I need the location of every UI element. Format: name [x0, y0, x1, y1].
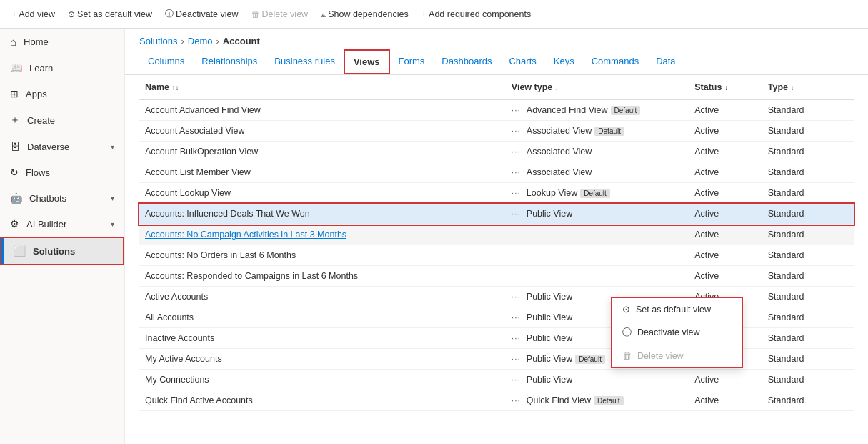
breadcrumb: Solutions › Demo › Account — [125, 29, 868, 49]
ai-icon: ⚙ — [10, 218, 19, 230]
sidebar-item-apps[interactable]: ⊞ Apps — [0, 81, 124, 107]
table-row: Accounts: No Orders in Last 6 MonthsActi… — [139, 245, 854, 266]
add-required-btn[interactable]: + Add required components — [421, 9, 531, 19]
deactivate-btn[interactable]: ⓘ Deactivate view — [165, 8, 239, 20]
tab-forms[interactable]: Forms — [390, 50, 434, 74]
context-menu-item-deactivate[interactable]: ⓘ Deactivate view — [612, 320, 742, 345]
tab-dashboards[interactable]: Dashboards — [433, 50, 500, 74]
row-dots-btn[interactable]: ··· — [512, 147, 521, 157]
row-dots-btn[interactable]: ··· — [512, 333, 521, 343]
delete-icon: 🗑 — [251, 9, 260, 19]
breadcrumb-solutions[interactable]: Solutions — [139, 36, 177, 46]
default-badge: Default — [611, 106, 641, 115]
row-dots-btn[interactable]: ··· — [512, 375, 521, 385]
row-type: Standard — [762, 390, 854, 411]
row-name: Accounts: Responded to Campaigns in Last… — [139, 266, 506, 287]
col-header-viewtype[interactable]: View type ↓ — [506, 75, 689, 100]
sidebar-item-create[interactable]: ＋ Create — [0, 107, 124, 134]
col-header-type[interactable]: Type ↓ — [762, 75, 854, 100]
context-menu-item-delete[interactable]: 🗑 Delete view — [612, 345, 742, 367]
chevron-down-icon2: ▾ — [111, 194, 114, 202]
row-type: Standard — [762, 266, 854, 287]
delete-btn[interactable]: 🗑 Delete view — [251, 9, 309, 19]
row-type: Standard — [762, 328, 854, 349]
row-type: Standard — [762, 183, 854, 204]
table-row: My Connections···Public ViewActiveStanda… — [139, 370, 854, 390]
row-viewtype: ···Associated View — [506, 162, 689, 183]
tab-keys[interactable]: Keys — [545, 50, 583, 74]
chevron-down-icon: ▾ — [111, 143, 114, 151]
row-viewtype — [506, 225, 689, 245]
tab-commands[interactable]: Commands — [583, 50, 647, 74]
delete-cm-icon: 🗑 — [622, 350, 632, 361]
show-deps-btn[interactable]: ⟁ Show dependencies — [321, 9, 409, 19]
row-viewtype — [506, 266, 689, 287]
main-layout: ⌂ Home 📖 Learn ⊞ Apps ＋ Create 🗄 Dataver… — [0, 29, 868, 444]
row-type: Standard — [762, 245, 854, 266]
row-status: Active — [689, 121, 762, 142]
row-name: Account Advanced Find View — [139, 100, 506, 121]
row-dots-btn[interactable]: ··· — [512, 292, 521, 302]
chevron-down-icon3: ▾ — [111, 220, 114, 228]
col-header-status[interactable]: Status ↓ — [689, 75, 762, 100]
col-header-name[interactable]: Name ↑↓ — [139, 75, 506, 100]
sidebar-item-chatbots[interactable]: 🤖 Chatbots ▾ — [0, 185, 124, 211]
tab-data[interactable]: Data — [647, 50, 684, 74]
sidebar-item-solutions[interactable]: ⬜ Solutions — [0, 237, 124, 265]
set-default-btn[interactable]: ⊙ Set as default view — [68, 9, 152, 19]
breadcrumb-sep2: › — [216, 36, 219, 46]
table-row: Accounts: Influenced Deals That We Won··… — [139, 204, 854, 225]
tab-business-rules[interactable]: Business rules — [266, 50, 344, 74]
row-name-link[interactable]: Accounts: No Campaign Activities in Last… — [145, 230, 346, 240]
row-dots-btn[interactable]: ··· — [512, 354, 521, 364]
row-status: Active — [689, 162, 762, 183]
row-dots-btn[interactable]: ··· — [512, 188, 521, 198]
row-status: Active — [689, 204, 762, 225]
views-table: Name ↑↓ View type ↓ Status ↓ Type ↓ — [139, 75, 854, 411]
tab-relationships[interactable]: Relationships — [193, 50, 266, 74]
row-status: Active — [689, 390, 762, 411]
row-name: Inactive Accounts — [139, 328, 506, 349]
row-dots-btn[interactable]: ··· — [512, 167, 521, 177]
add-view-btn[interactable]: + Add view — [11, 9, 55, 19]
row-name: Active Accounts — [139, 287, 506, 307]
row-dots-btn[interactable]: ··· — [512, 209, 521, 219]
sidebar-item-dataverse[interactable]: 🗄 Dataverse ▾ — [0, 134, 124, 159]
sidebar-item-learn[interactable]: 📖 Learn — [0, 55, 124, 81]
table-row: Quick Find Active Accounts···Quick Find … — [139, 390, 854, 411]
context-menu-item-set-default[interactable]: ⊙ Set as default view — [612, 298, 742, 320]
set-default-cm-icon: ⊙ — [622, 304, 630, 315]
row-viewtype: ···Associated View — [506, 142, 689, 162]
row-dots-btn[interactable]: ··· — [512, 395, 521, 405]
breadcrumb-demo[interactable]: Demo — [188, 36, 213, 46]
row-type: Standard — [762, 204, 854, 225]
home-icon: ⌂ — [10, 36, 16, 48]
sidebar: ⌂ Home 📖 Learn ⊞ Apps ＋ Create 🗄 Dataver… — [0, 29, 125, 444]
sidebar-item-home[interactable]: ⌂ Home — [0, 29, 124, 55]
tab-columns[interactable]: Columns — [139, 50, 193, 74]
row-name: Account List Member View — [139, 162, 506, 183]
row-name: My Connections — [139, 370, 506, 390]
default-badge: Default — [594, 396, 624, 405]
sidebar-item-ai-builder[interactable]: ⚙ AI Builder ▾ — [0, 211, 124, 237]
row-name: My Active Accounts — [139, 349, 506, 370]
row-name: Account Associated View — [139, 121, 506, 142]
sidebar-item-flows[interactable]: ↻ Flows — [0, 159, 124, 185]
solutions-icon: ⬜ — [14, 245, 26, 257]
tab-views[interactable]: Views — [344, 49, 390, 74]
tab-charts[interactable]: Charts — [500, 50, 544, 74]
row-viewtype: ···Quick Find ViewDefault — [506, 390, 689, 411]
row-viewtype: ···Associated ViewDefault — [506, 121, 689, 142]
row-dots-btn[interactable]: ··· — [512, 105, 521, 115]
row-dots-btn[interactable]: ··· — [512, 126, 521, 136]
row-status: Active — [689, 100, 762, 121]
row-type: Standard — [762, 121, 854, 142]
table-area: Name ↑↓ View type ↓ Status ↓ Type ↓ — [125, 75, 868, 444]
row-status: Active — [689, 370, 762, 390]
row-type: Standard — [762, 370, 854, 390]
breadcrumb-account: Account — [223, 36, 260, 46]
row-dots-btn[interactable]: ··· — [512, 312, 521, 322]
breadcrumb-sep1: › — [181, 36, 184, 46]
info-icon: ⓘ — [165, 8, 174, 20]
row-viewtype: ···Public View — [506, 204, 689, 225]
